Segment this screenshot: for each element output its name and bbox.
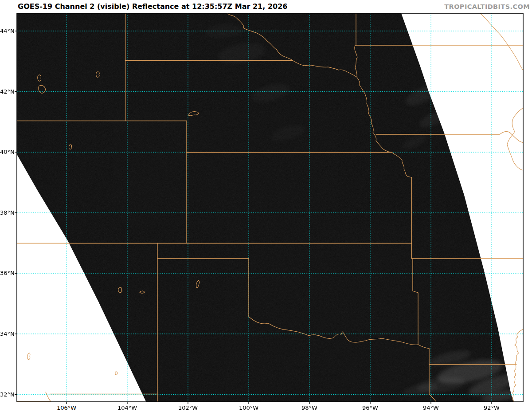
lon-tick-label-100w: 100°W: [235, 404, 263, 412]
satellite-map-canvas: [0, 0, 532, 412]
lon-tick-label-96w: 96°W: [356, 404, 384, 412]
lat-tick-label-34n: 34°N: [0, 330, 14, 337]
lat-tick-label-40n: 40°N: [0, 149, 14, 156]
lat-tick-label-42n: 42°N: [0, 88, 14, 95]
lon-tick-label-104w: 104°W: [113, 404, 141, 412]
lat-tick-label-44n: 44°N: [0, 27, 14, 35]
lat-tick-label-32n: 32°N: [0, 391, 14, 398]
lon-tick-label-94w: 94°W: [417, 404, 445, 412]
lat-tick-label-38n: 38°N: [0, 209, 14, 216]
lon-tick-label-98w: 98°W: [295, 404, 324, 412]
lon-tick-label-102w: 102°W: [174, 404, 202, 412]
goes-satellite-image: GOES-19 Channel 2 (visible) Reflectance …: [0, 0, 532, 412]
lon-tick-label-92w: 92°W: [477, 404, 506, 412]
lon-tick-label-106w: 106°W: [52, 404, 81, 412]
lat-tick-label-36n: 36°N: [0, 270, 14, 277]
